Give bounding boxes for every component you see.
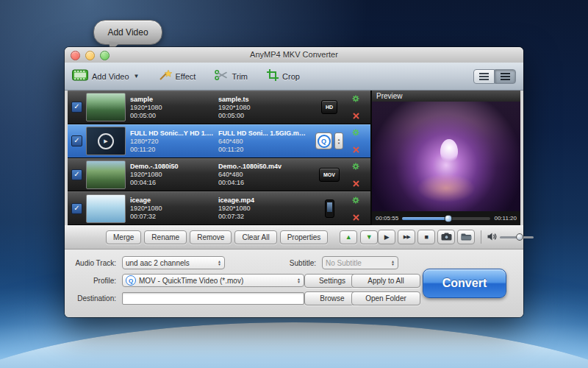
source-info: sample 1920*1080 00:05:00	[130, 95, 214, 120]
row-remove-x-icon[interactable]	[353, 109, 359, 122]
format-cell	[311, 199, 348, 218]
file-row[interactable]: ✓ sample 1920*1080 00:05:00 sample.ts 19…	[68, 91, 370, 124]
trim-button[interactable]: Trim	[215, 69, 248, 84]
output-resolution: 640*480	[218, 138, 306, 146]
clear-all-button[interactable]: Clear All	[234, 230, 276, 244]
row-remove-x-icon[interactable]	[353, 143, 359, 156]
seek-slider[interactable]	[402, 217, 490, 220]
output-duration: 00:07:32	[218, 213, 306, 221]
volume-knob[interactable]	[516, 233, 523, 241]
subtitle-select[interactable]: No Subtitle ▲▼	[322, 256, 398, 269]
seek-knob[interactable]	[444, 214, 452, 222]
crop-button[interactable]: Crop	[267, 69, 300, 84]
remove-button[interactable]: Remove	[190, 230, 232, 244]
crop-icon	[267, 69, 279, 84]
merge-button[interactable]: Merge	[106, 230, 141, 244]
file-duration: 00:11:20	[130, 146, 214, 154]
list-view-icon	[479, 73, 489, 80]
destination-label: Destination:	[71, 294, 116, 302]
output-duration: 00:05:00	[218, 112, 306, 120]
row-settings-gear-icon[interactable]	[352, 126, 359, 139]
rename-button[interactable]: Rename	[144, 230, 187, 244]
quicktime-icon: Q	[126, 275, 136, 286]
audio-track-value: und aac 2 channels	[126, 259, 190, 267]
format-cell: Q ▲ ▼	[311, 132, 348, 149]
arrow-up-icon: ▲	[345, 234, 352, 241]
move-up-button[interactable]: ▲	[340, 230, 357, 244]
speaker-icon	[487, 230, 497, 244]
preview-glow	[417, 174, 476, 202]
play-icon: ▶	[384, 233, 390, 241]
output-resolution: 1920*1080	[218, 104, 306, 112]
popup-arrows-icon: ▲▼	[215, 260, 221, 266]
subtitle-label: Subtitle:	[282, 259, 316, 267]
play-button[interactable]: ▶	[378, 230, 395, 244]
row-settings-gear-icon[interactable]	[352, 160, 359, 173]
device-screen	[327, 202, 332, 212]
source-info: iceage 1920*1080 00:07:32	[130, 196, 214, 221]
list-view-button[interactable]	[473, 69, 495, 84]
effect-button[interactable]: Effect	[159, 69, 196, 84]
folder-icon	[461, 230, 472, 244]
file-row[interactable]: ✓ Demo.-.1080i50 1920*1080 00:04:16 Demo…	[68, 158, 370, 192]
row-icons	[349, 126, 362, 156]
format-select-button[interactable]: Q	[315, 132, 332, 149]
preview-video	[372, 102, 520, 211]
volume-control	[487, 230, 534, 244]
move-down-button[interactable]: ▼	[360, 230, 378, 244]
row-settings-gear-icon[interactable]	[352, 194, 359, 207]
file-duration: 00:04:16	[130, 179, 214, 187]
fast-forward-button[interactable]: ▶▶	[398, 230, 415, 244]
check-icon: ✓	[74, 170, 79, 178]
stop-button[interactable]: ■	[417, 230, 435, 244]
audio-subtitle-row: Audio Track: und aac 2 channels ▲▼ Subti…	[65, 256, 523, 269]
video-thumbnail	[86, 194, 126, 223]
minimize-button[interactable]	[85, 51, 95, 60]
open-snapshot-folder-button[interactable]	[457, 230, 475, 244]
window-titlebar[interactable]: AnyMP4 MKV Converter	[65, 47, 523, 63]
close-button[interactable]	[71, 51, 80, 60]
preview-panel: Preview 00:05:55 00:11:20	[372, 91, 520, 225]
row-remove-x-icon[interactable]	[353, 210, 359, 224]
row-remove-x-icon[interactable]	[353, 177, 359, 190]
open-folder-button[interactable]: Open Folder	[351, 291, 420, 305]
playback-controls: ▶ ▶▶ ■	[378, 230, 534, 244]
profile-label: Profile:	[71, 277, 116, 285]
output-resolution: 1920*1080	[218, 205, 306, 213]
film-icon	[72, 69, 88, 84]
profile-select[interactable]: Q MOV - QuickTime Video (*.mov) ▲▼	[122, 274, 304, 287]
file-resolution: 1920*1080	[130, 171, 214, 179]
output-name: Demo.-.1080i50.m4v	[218, 162, 306, 171]
edit-buttons: Merge Rename Remove Clear All Properties	[106, 230, 328, 244]
row-checkbox[interactable]: ✓	[71, 102, 82, 113]
file-row[interactable]: ✓ iceage 1920*1080 00:07:32 iceage.mp4 1…	[68, 191, 370, 225]
row-settings-gear-icon[interactable]	[352, 92, 359, 105]
audio-track-select[interactable]: und aac 2 channels ▲▼	[122, 256, 225, 269]
apply-to-all-button[interactable]: Apply to All	[351, 274, 420, 288]
stepper-down-icon: ▼	[337, 141, 340, 145]
desktop-background: Add Video AnyMP4 MKV Converter Add Video…	[0, 0, 588, 368]
row-icons	[349, 92, 362, 122]
row-checkbox[interactable]: ✓	[71, 169, 82, 180]
volume-slider[interactable]	[500, 236, 534, 238]
file-row-selected[interactable]: ✓ ▶ FULL HD Sonic...Y HD 1.5GIG 1280*720…	[68, 124, 370, 158]
properties-button[interactable]: Properties	[280, 230, 329, 244]
file-list: ✓ sample 1920*1080 00:05:00 sample.ts 19…	[68, 91, 370, 225]
add-video-button[interactable]: Add Video ▼	[72, 69, 140, 84]
preview-figure	[440, 139, 458, 164]
snapshot-button[interactable]	[437, 230, 455, 244]
file-duration: 00:07:32	[130, 213, 214, 221]
convert-button[interactable]: Convert	[423, 269, 506, 298]
destination-input[interactable]	[122, 292, 304, 305]
file-duration: 00:05:00	[130, 112, 214, 120]
scissors-icon	[215, 69, 228, 84]
row-checkbox[interactable]: ✓	[71, 135, 82, 146]
zoom-button[interactable]	[100, 51, 110, 60]
file-resolution: 1920*1080	[130, 205, 214, 213]
detail-view-button[interactable]	[495, 69, 516, 84]
camera-icon	[441, 230, 452, 244]
row-checkbox[interactable]: ✓	[71, 203, 82, 214]
file-resolution: 1280*720	[130, 138, 214, 146]
format-stepper[interactable]: ▲ ▼	[334, 132, 343, 149]
check-icon: ✓	[74, 136, 79, 144]
